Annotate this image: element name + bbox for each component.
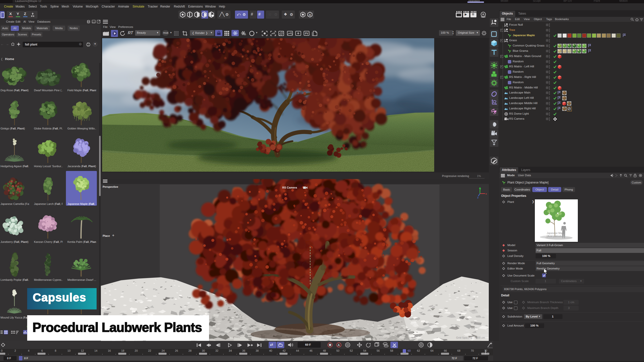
svg-text:A: A xyxy=(309,13,311,16)
svg-text:Japanese Maple: Japanese Maple xyxy=(547,232,565,235)
svg-text:PV: PV xyxy=(305,32,308,35)
svg-text:x: x xyxy=(486,193,487,195)
svg-text:(Acer palmatum): (Acer palmatum) xyxy=(547,235,565,238)
svg-text:A: A xyxy=(338,343,340,347)
svg-text:Z: Z xyxy=(477,196,479,199)
svg-text:Y: Y xyxy=(479,188,481,191)
